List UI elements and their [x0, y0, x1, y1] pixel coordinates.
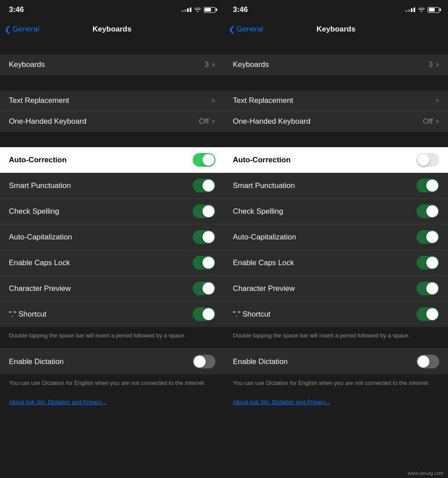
keyboards-right-right: 3 > [429, 60, 439, 69]
char-preview-toggle-left[interactable] [193, 282, 215, 295]
period-shortcut-row-left[interactable]: "." Shortcut [0, 302, 224, 327]
auto-correction-section-right: Auto-Correction [224, 147, 448, 173]
back-label-right: General [237, 25, 263, 34]
toggle-knob-right [417, 154, 429, 166]
char-preview-row-right[interactable]: Character Preview [224, 276, 448, 302]
one-handed-row-right[interactable]: One-Handed Keyboard Off > [224, 111, 448, 132]
wifi-icon [194, 6, 201, 13]
check-spelling-row-right[interactable]: Check Spelling [224, 199, 448, 224]
smart-punctuation-toggle-right[interactable] [417, 179, 439, 192]
signal-icon-right [405, 8, 415, 12]
shortcut-footnote-left: Double tapping the space bar will insert… [9, 332, 186, 339]
smart-punctuation-label-left: Smart Punctuation [9, 181, 71, 190]
auto-cap-row-left[interactable]: Auto-Capitalization [0, 224, 224, 250]
status-bar-right: 3:46 [224, 0, 448, 20]
smart-punctuation-row-left[interactable]: Smart Punctuation [0, 173, 224, 199]
one-handed-right-right: Off > [423, 117, 439, 126]
text-replacement-chevron-right: > [436, 97, 439, 104]
caps-lock-toggle-right[interactable] [417, 256, 439, 270]
toggle-knob [203, 154, 214, 166]
toggle-knob [426, 308, 438, 320]
char-preview-toggle-right[interactable] [417, 282, 439, 295]
text-replacement-row-right[interactable]: Text Replacement > [224, 90, 448, 111]
toggle-knob [426, 231, 438, 243]
one-handed-right-left: Off > [199, 117, 215, 126]
left-panel: 3:46 ❮ General Keyboards [0, 0, 224, 478]
check-spelling-toggle-left[interactable] [193, 204, 215, 218]
toggle-knob [426, 180, 438, 192]
caps-lock-row-right[interactable]: Enable Caps Lock [224, 250, 448, 276]
auto-correction-toggle-right[interactable] [417, 153, 439, 167]
smart-punctuation-toggle-left[interactable] [193, 179, 215, 192]
back-button-right[interactable]: ❮ General [229, 25, 263, 34]
auto-correction-label-left: Auto-Correction [9, 156, 66, 165]
check-spelling-label-right: Check Spelling [233, 207, 283, 216]
back-chevron-icon: ❮ [4, 25, 11, 34]
auto-correction-row-left[interactable]: Auto-Correction [0, 147, 224, 173]
caps-lock-toggle-left[interactable] [193, 256, 215, 270]
keyboards-group-left: Keyboards 3 > [0, 55, 224, 75]
keyboards-row-left[interactable]: Keyboards 3 > [0, 55, 224, 75]
dictation-footnote-left: You can use Dictation for English when y… [9, 380, 206, 386]
auto-correction-toggle-left[interactable] [193, 153, 215, 167]
period-shortcut-toggle-right[interactable] [417, 307, 439, 321]
nav-bar-left: ❮ General Keyboards [0, 20, 224, 39]
one-handed-label-left: One-Handed Keyboard [9, 117, 86, 126]
toggle-knob [203, 180, 214, 192]
text-replacement-right-left: > [211, 97, 215, 104]
period-shortcut-toggle-left[interactable] [193, 307, 215, 321]
toggle-knob [426, 257, 438, 269]
top-spacer-right [224, 39, 448, 55]
one-handed-row-left[interactable]: One-Handed Keyboard Off > [0, 111, 224, 132]
dictation-label-right: Enable Dictation [233, 357, 288, 366]
mid-spacer-right [224, 75, 448, 90]
toggle-knob [203, 231, 214, 243]
auto-cap-toggle-left[interactable] [193, 230, 215, 244]
wifi-icon-right [418, 6, 425, 13]
dictation-row-right[interactable]: Enable Dictation [224, 349, 448, 374]
keyboards-label-left: Keyboards [9, 60, 45, 69]
caps-lock-row-left[interactable]: Enable Caps Lock [0, 250, 224, 276]
auto-correction-label-right: Auto-Correction [233, 156, 291, 165]
top-spacer-left [0, 39, 224, 55]
auto-cap-label-left: Auto-Capitalization [9, 233, 72, 242]
smart-punctuation-label-right: Smart Punctuation [233, 181, 295, 190]
keyboards-row-right[interactable]: Keyboards 3 > [224, 55, 448, 75]
toggle-knob-right [417, 356, 429, 368]
back-label-left: General [12, 25, 39, 34]
dictation-toggle-left[interactable] [193, 355, 215, 368]
right-panel: 3:46 ❮ General Keyboards [224, 0, 448, 478]
caps-lock-label-right: Enable Caps Lock [233, 259, 294, 267]
dictation-toggle-right[interactable] [417, 355, 439, 368]
text-replacement-label-right: Text Replacement [233, 96, 293, 105]
text-replacement-row-left[interactable]: Text Replacement > [0, 90, 224, 111]
auto-cap-toggle-right[interactable] [417, 230, 439, 244]
shortcut-footnote-section-left: Double tapping the space bar will insert… [0, 327, 224, 349]
keyboards-group-right: Keyboards 3 > [224, 55, 448, 75]
auto-correction-row-right[interactable]: Auto-Correction [224, 147, 448, 173]
back-chevron-icon-right: ❮ [229, 25, 235, 34]
time-left: 3:46 [9, 5, 24, 14]
check-spelling-toggle-right[interactable] [417, 204, 439, 218]
char-preview-row-left[interactable]: Character Preview [0, 276, 224, 302]
toggle-knob [203, 308, 214, 320]
ask-siri-link-right[interactable]: About Ask Siri, Dictation and Privacy... [233, 399, 331, 405]
ask-siri-link-left[interactable]: About Ask Siri, Dictation and Privacy... [9, 399, 106, 405]
one-handed-label-right: One-Handed Keyboard [233, 117, 311, 126]
auto-cap-row-right[interactable]: Auto-Capitalization [224, 224, 448, 250]
time-right: 3:46 [233, 5, 248, 14]
mid-spacer2-left [0, 132, 224, 147]
one-handed-value-right: Off [423, 117, 432, 126]
check-spelling-row-left[interactable]: Check Spelling [0, 199, 224, 224]
toggles-section-right: Smart Punctuation Check Spelling Auto-Ca… [224, 173, 448, 327]
shortcut-footnote-section-right: Double tapping the space bar will insert… [224, 327, 448, 349]
toggle-knob [426, 282, 438, 294]
back-button-left[interactable]: ❮ General [4, 25, 39, 34]
toggles-section-left: Smart Punctuation Check Spelling Auto-Ca… [0, 173, 224, 327]
char-preview-label-left: Character Preview [9, 284, 71, 293]
mid-spacer2-right [224, 132, 448, 147]
period-shortcut-row-right[interactable]: "." Shortcut [224, 302, 448, 327]
dictation-row-left[interactable]: Enable Dictation [0, 349, 224, 374]
smart-punctuation-row-right[interactable]: Smart Punctuation [224, 173, 448, 199]
keyboards-label-right: Keyboards [233, 60, 269, 69]
